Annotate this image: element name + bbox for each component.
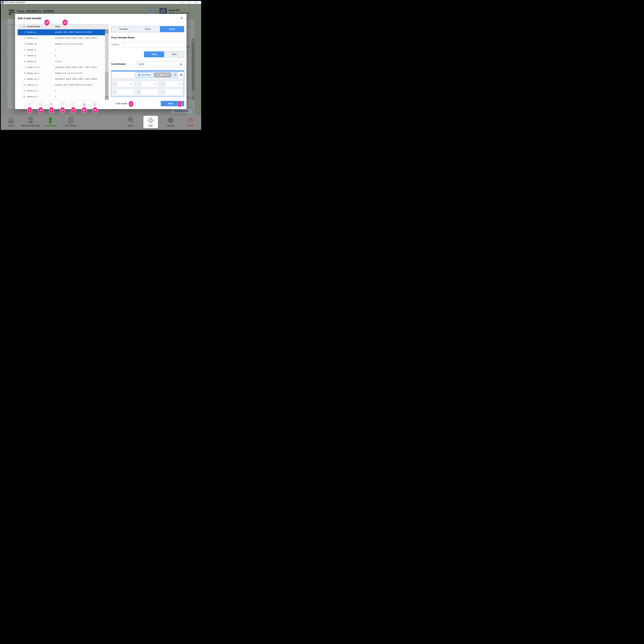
tab-array[interactable]: Array (136, 26, 160, 32)
annotation-badge-7: 7 (71, 107, 76, 113)
scroll-up-icon[interactable]: ▲ (192, 39, 194, 42)
background-right-margin (194, 19, 201, 115)
table-row[interactable]: 5System_A2 (18, 53, 105, 59)
power-icon (187, 117, 194, 124)
pose-panel-accent (112, 71, 184, 71)
coordinates-value: BASE (139, 63, 145, 66)
task-joint-toggle: Task Joint (144, 51, 184, 57)
table-row[interactable]: 6System_B1,2,3,4 (18, 59, 105, 65)
dialog-close-icon[interactable]: ✕ (180, 16, 183, 20)
column-header-num: # (24, 25, 25, 28)
table-row[interactable]: 11System_A_22 (18, 88, 105, 94)
copy-checked-button[interactable] (47, 100, 55, 108)
annotation-badge-5: 5 (49, 107, 54, 113)
annotation-badge-8: 8 (82, 107, 87, 113)
table-scroll-up-icon[interactable]: ▲ (105, 29, 109, 33)
nav-jog-button[interactable]: Jog+ (143, 116, 158, 128)
nav-jog-label: Jog+ (143, 124, 158, 127)
toggle-joint[interactable]: Joint (164, 52, 184, 57)
pose-x-input[interactable]: X mm (113, 81, 134, 87)
task-writer-icon (68, 117, 74, 124)
annotation-badge-3: 3 (27, 107, 32, 113)
status-icon (128, 117, 134, 124)
move-to-button[interactable]: Move To (154, 72, 171, 78)
nav-task-builder-label: Task Builder (43, 124, 59, 127)
tab-variable[interactable]: Variable (111, 26, 136, 32)
toggle-task[interactable]: Task (144, 52, 164, 57)
tab-pose[interactable]: Pose (160, 26, 184, 32)
task-builder-icon (48, 117, 54, 124)
refresh-icon (173, 73, 176, 77)
table-row[interactable]: 7System_a_1_1posx(100.0, 500.0, 500.0, 1… (18, 65, 105, 70)
background-partial-value: .0, (187, 88, 189, 90)
annotation-badge-4: 4 (38, 107, 43, 113)
get-pose-button[interactable]: Get Pose (136, 72, 153, 78)
table-scrollbar-thumb[interactable] (105, 72, 109, 96)
table-row[interactable]: 12System_b_11 (18, 94, 105, 100)
dialog-title: Edit & Add Variable (18, 17, 41, 20)
table-scroll-down-icon[interactable]: ▼ (105, 96, 109, 100)
hand-guide-button[interactable] (159, 8, 167, 14)
pose-c-input[interactable]: C ° (161, 89, 182, 95)
pose-b-input[interactable]: B ° (137, 89, 158, 95)
background-panel-accent-line (187, 27, 194, 27)
paste-button[interactable] (80, 100, 88, 108)
page-title: Task_20240514_100832 (17, 9, 54, 13)
pose-name-input[interactable] (123, 42, 184, 48)
edit-mode-checkbox[interactable] (111, 102, 115, 105)
background-partial-value: 0.0) (187, 46, 190, 48)
variable-type-tabs: Variable Array Pose (111, 26, 184, 32)
chevron-down-icon (180, 64, 182, 65)
annotation-badge-10: 10 (44, 19, 50, 26)
table-row[interactable]: 8System_aa_1posj(0.0, 0.0, 0.0, 0.0, 0.0… (18, 70, 105, 76)
servo-status: Servo Off (169, 9, 179, 12)
pose-y-input[interactable]: Y mm (137, 81, 158, 87)
nav-setting-label: Setting (164, 124, 177, 127)
background-partial-value: 0.0) (187, 97, 190, 99)
row-separator (187, 56, 191, 56)
application-window: D DART-Platform GV02110200 ✕ Task_202405… (0, 0, 202, 131)
pose-z-input[interactable]: Z mm (161, 81, 182, 87)
pose-a-input[interactable]: A ° (113, 89, 134, 95)
table-row[interactable]: 3System_aaposj(0.0, 0.0, 0.0, 0.0, 0.0, … (18, 41, 105, 47)
scroll-down-icon[interactable]: ▼ (192, 96, 194, 100)
coordinates-label: Coordinates (111, 63, 126, 65)
collapse-panel-icon[interactable] (180, 74, 182, 75)
annotation-badge-6: 6 (60, 107, 65, 113)
background-check-mark: ✓ (187, 18, 189, 20)
table-row[interactable]: 2System_a_1posx(100.0, 500.0, 500.0, 180… (18, 35, 105, 41)
setting-gear-icon (168, 117, 174, 124)
background-partial-value: .0, (187, 51, 189, 53)
robot-gripper-button[interactable] (147, 8, 155, 14)
table-row[interactable]: 4System_b1 (18, 47, 105, 53)
table-row[interactable]: 9System_a1_1posx(400.0, 500.0, 500.0, 18… (18, 76, 105, 82)
workcell-manager-icon (28, 117, 34, 124)
delete-row-button[interactable] (91, 100, 99, 108)
paste-selection-button[interactable] (69, 100, 77, 108)
row-separator (187, 68, 191, 68)
nav-task-writer-label: Task Writer (63, 124, 79, 127)
pose-variable-name-label: Pose Variable Name (111, 36, 135, 39)
annotation-badge-11: 11 (62, 19, 68, 26)
table-row[interactable]: 10System_a_2posx(0.0, 34.5, 1652.5, 180.… (18, 82, 105, 88)
nav-home-label: Home (5, 124, 17, 127)
nav-workcell-label: Workcell Manager (19, 124, 42, 127)
table-row[interactable]: 1System_aposx(0.0, 34.5, 1652.5, 180.0, … (18, 29, 105, 35)
minimize-icon[interactable] (181, 2, 183, 3)
maximize-icon[interactable] (188, 2, 190, 3)
column-header-value[interactable]: Value (55, 25, 60, 28)
copy-button[interactable] (58, 100, 66, 108)
column-header-name[interactable]: Variable Name (27, 25, 40, 28)
coordinates-dropdown[interactable]: BASE (137, 61, 184, 67)
window-close-icon[interactable]: ✕ (195, 1, 197, 4)
row-move-button[interactable] (36, 100, 44, 108)
refresh-pose-button[interactable] (172, 72, 178, 78)
background-partial-value: .0, (187, 76, 189, 78)
nav-power-label: Power (184, 124, 197, 127)
variable-table: 1System_aposx(0.0, 34.5, 1652.5, 180.0, … (18, 29, 105, 100)
window-bottom-accent (1, 130, 201, 130)
row-outdent-button[interactable] (25, 100, 33, 108)
radio-target-icon (138, 74, 141, 76)
background-scrollbar-thumb[interactable] (192, 42, 194, 90)
annotation-badge-9: 9 (92, 107, 98, 113)
